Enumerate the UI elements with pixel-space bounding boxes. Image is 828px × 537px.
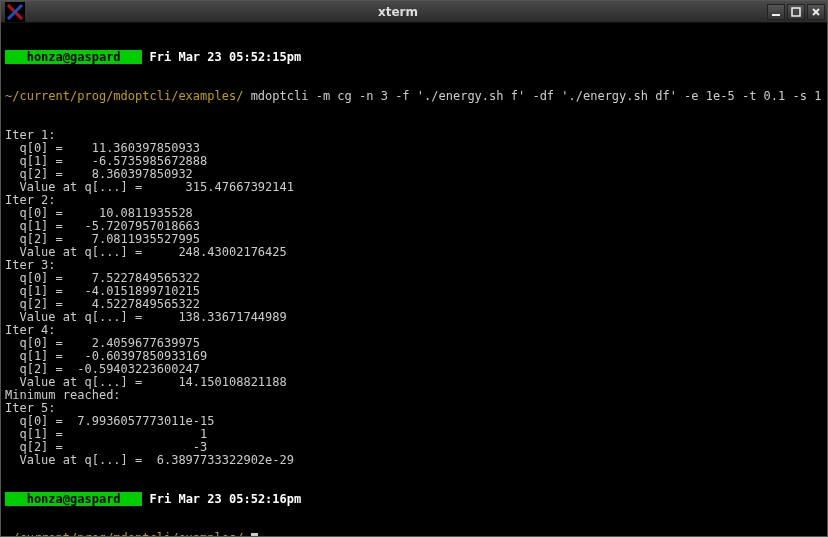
output-line: Minimum reached: [5, 389, 823, 402]
xterm-window: xterm honza@gaspard Fri Mar 23 05:52:15p… [0, 0, 828, 537]
prompt-user: honza@gaspard [5, 50, 142, 64]
close-button[interactable] [807, 4, 825, 20]
output-line: Value at q[...] = 6.3897733322902e-29 [5, 454, 823, 467]
command-text: mdoptcli -m cg -n 3 -f './energy.sh f' -… [251, 89, 827, 103]
prompt-line-2: honza@gaspard Fri Mar 23 05:52:16pm [5, 493, 823, 506]
titlebar[interactable]: xterm [1, 1, 827, 23]
window-title: xterm [29, 5, 767, 19]
svg-rect-3 [792, 8, 800, 16]
command-line: ~/current/prog/mdoptcli/examples/ mdoptc… [5, 90, 823, 103]
output-line: Value at q[...] = 138.33671744989 [5, 311, 823, 324]
cursor [251, 533, 258, 536]
output-line: Value at q[...] = 315.47667392141 [5, 181, 823, 194]
prompt-date: Fri Mar 23 05:52:15pm [142, 50, 301, 64]
cwd: ~/current/prog/mdoptcli/examples/ [5, 89, 251, 103]
svg-rect-2 [772, 14, 780, 16]
output-block: Iter 1: q[0] = 11.360397850933 q[1] = -6… [5, 129, 823, 467]
cwd-line-2: ~/current/prog/mdoptcli/examples/ [5, 532, 823, 536]
prompt-user: honza@gaspard [5, 492, 142, 506]
window-buttons [767, 4, 825, 20]
prompt-date: Fri Mar 23 05:52:16pm [142, 492, 301, 506]
prompt-line-1: honza@gaspard Fri Mar 23 05:52:15pm [5, 51, 823, 64]
terminal-area[interactable]: honza@gaspard Fri Mar 23 05:52:15pm ~/cu… [1, 23, 827, 536]
minimize-button[interactable] [767, 4, 785, 20]
maximize-button[interactable] [787, 4, 805, 20]
xterm-app-icon [5, 2, 25, 22]
cwd: ~/current/prog/mdoptcli/examples/ [5, 531, 251, 536]
output-line: Value at q[...] = 14.150108821188 [5, 376, 823, 389]
output-line: Value at q[...] = 248.43002176425 [5, 246, 823, 259]
